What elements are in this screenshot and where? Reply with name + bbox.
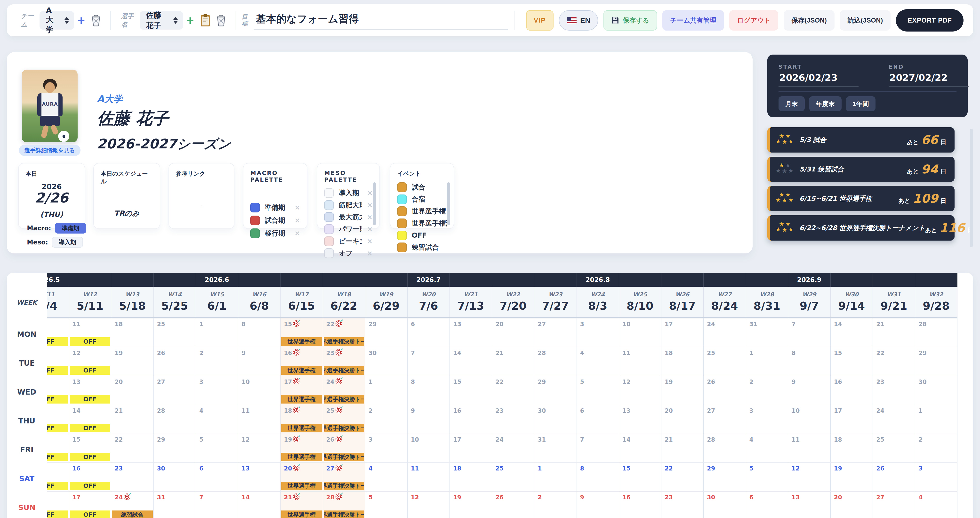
off-bar[interactable]: OFF bbox=[70, 395, 111, 403]
calendar-day-cell[interactable]: 30 bbox=[703, 492, 746, 518]
calendar-day-cell[interactable]: 9OFF bbox=[47, 463, 69, 491]
calendar-day-cell[interactable]: 10OFF bbox=[47, 492, 69, 518]
calendar-day-cell[interactable]: 12 bbox=[407, 492, 450, 518]
calendar-day-cell[interactable]: 29 bbox=[915, 347, 958, 376]
calendar-day-cell[interactable]: 6 bbox=[407, 319, 450, 347]
calendar-day-cell[interactable]: 18 bbox=[450, 463, 492, 491]
calendar-day-cell[interactable]: 18 bbox=[111, 319, 154, 347]
event-bar[interactable]: 世界選手権決勝トー… bbox=[324, 424, 364, 432]
calendar-day-cell[interactable]: 14 bbox=[238, 492, 281, 518]
calendar-day-cell[interactable]: 9 bbox=[238, 347, 281, 376]
event-bar[interactable]: 世界選手権 bbox=[281, 395, 322, 403]
week-header-cell[interactable]: W258/10 bbox=[619, 287, 662, 317]
calendar-day-cell[interactable]: 30 bbox=[365, 347, 407, 376]
calendar-day-cell[interactable]: 30 bbox=[154, 463, 196, 491]
calendar-day-cell[interactable]: 5 bbox=[365, 492, 407, 518]
delete-team-button[interactable] bbox=[91, 14, 101, 26]
period-shortcut-button[interactable]: 1年間 bbox=[846, 96, 875, 111]
off-bar[interactable]: OFF bbox=[70, 510, 111, 518]
calendar-day-cell[interactable]: 14OFF bbox=[69, 405, 111, 434]
save-button[interactable]: 保存する bbox=[603, 10, 657, 30]
off-bar[interactable]: OFF bbox=[70, 481, 111, 490]
calendar-day-cell[interactable]: 25 bbox=[703, 347, 746, 376]
calendar-day-cell[interactable]: 15 bbox=[450, 376, 492, 405]
week-header-cell[interactable]: W217/13 bbox=[450, 287, 492, 317]
calendar-day-cell[interactable]: 19 bbox=[450, 492, 492, 518]
palette-swatch[interactable] bbox=[324, 188, 334, 198]
off-bar[interactable]: OFF bbox=[47, 395, 68, 403]
calendar-day-cell[interactable]: 2 bbox=[365, 405, 407, 434]
calendar-day-cell[interactable]: 19 bbox=[830, 463, 873, 491]
palette-swatch[interactable] bbox=[324, 224, 334, 234]
calendar-day-cell[interactable]: 24世界選手権決勝トー… bbox=[323, 376, 365, 405]
player-clipboard-button[interactable] bbox=[200, 14, 211, 27]
calendar-day-cell[interactable]: 18 bbox=[662, 347, 704, 376]
goal-input[interactable]: 基本的なフォーム習得 bbox=[254, 11, 508, 30]
calendar-day-cell[interactable]: 5OFF bbox=[47, 347, 69, 376]
countdown-card[interactable]: ★★★★★6/22~6/28 世界選手権決勝トーナメントあと116日 bbox=[767, 215, 955, 241]
calendar-day-cell[interactable]: 1 bbox=[746, 347, 789, 376]
palette-swatch[interactable] bbox=[397, 206, 407, 216]
week-header-cell[interactable]: W176/15 bbox=[280, 287, 323, 317]
calendar-day-cell[interactable]: 6OFF bbox=[47, 376, 69, 405]
calendar-day-cell[interactable]: 29 bbox=[703, 463, 746, 491]
team-share-button[interactable]: チーム共有管理 bbox=[662, 10, 724, 30]
macro-phase-pill[interactable]: 準備期 bbox=[55, 223, 86, 234]
start-date-input[interactable]: 2026/02/23 bbox=[778, 70, 859, 86]
calendar-day-cell[interactable]: 4 bbox=[365, 463, 407, 491]
remove-icon[interactable]: × bbox=[367, 189, 373, 197]
calendar-day-cell[interactable]: 12 bbox=[619, 376, 662, 405]
week-header-cell[interactable]: W237/27 bbox=[535, 287, 577, 317]
palette-swatch[interactable] bbox=[397, 242, 407, 252]
calendar-day-cell[interactable]: 15 bbox=[619, 463, 662, 491]
calendar-day-cell[interactable]: 10 bbox=[619, 319, 662, 347]
calendar-day-cell[interactable]: 1 bbox=[365, 376, 407, 405]
week-header-cell[interactable]: W115/4 bbox=[47, 287, 69, 317]
calendar-day-cell[interactable]: 7 bbox=[788, 319, 830, 347]
calendar-day-cell[interactable]: 17 bbox=[450, 434, 492, 462]
calendar-day-cell[interactable]: 5 bbox=[746, 463, 789, 491]
calendar-day-cell[interactable]: 28世界選手権決勝トー… bbox=[323, 492, 365, 518]
palette-swatch[interactable] bbox=[397, 231, 407, 240]
add-team-button[interactable]: + bbox=[78, 14, 85, 27]
week-header-cell[interactable]: W145/25 bbox=[154, 287, 196, 317]
calendar-day-cell[interactable]: 25 bbox=[873, 434, 915, 462]
calendar-day-cell[interactable]: 15OFF bbox=[69, 434, 111, 462]
calendar-day-cell[interactable]: 6 bbox=[577, 405, 619, 434]
calendar-day-cell[interactable]: 9 bbox=[788, 376, 830, 405]
calendar-day-cell[interactable]: 3 bbox=[577, 319, 619, 347]
calendar-day-cell[interactable]: 7 bbox=[577, 434, 619, 462]
event-bar[interactable]: 世界選手権決勝トー… bbox=[324, 337, 364, 346]
end-date-input[interactable]: 2027/02/22 bbox=[889, 70, 969, 86]
calendar-day-cell[interactable]: 22 bbox=[662, 463, 704, 491]
event-bar[interactable]: 世界選手権決勝トー… bbox=[324, 366, 364, 375]
calendar-day-cell[interactable]: 9 bbox=[577, 492, 619, 518]
calendar-day-cell[interactable]: 23世界選手権決勝トー… bbox=[323, 347, 365, 376]
calendar-day-cell[interactable]: 3 bbox=[746, 405, 789, 434]
calendar-day-cell[interactable]: 31 bbox=[154, 492, 196, 518]
off-bar[interactable]: OFF bbox=[70, 366, 111, 375]
week-header-cell[interactable]: W319/21 bbox=[873, 287, 915, 317]
palette-swatch[interactable] bbox=[250, 203, 260, 212]
language-button[interactable]: EN bbox=[559, 10, 598, 30]
off-bar[interactable]: OFF bbox=[70, 424, 111, 432]
calendar-day-cell[interactable]: 12 bbox=[788, 463, 830, 491]
calendar-day-cell[interactable]: 8 bbox=[238, 319, 281, 347]
calendar-day-cell[interactable]: 10 bbox=[788, 405, 830, 434]
week-header-cell[interactable]: W299/7 bbox=[788, 287, 830, 317]
calendar-day-cell[interactable]: 12OFF bbox=[69, 347, 111, 376]
calendar-day-cell[interactable]: 21 bbox=[111, 405, 154, 434]
calendar-day-cell[interactable]: 5 bbox=[577, 376, 619, 405]
calendar-day-cell[interactable]: 4 bbox=[746, 434, 789, 462]
off-bar[interactable]: OFF bbox=[70, 453, 111, 461]
week-header-cell[interactable]: W309/14 bbox=[830, 287, 873, 317]
calendar-day-cell[interactable]: 24練習試合 bbox=[111, 492, 154, 518]
calendar-day-cell[interactable]: 11 bbox=[238, 405, 281, 434]
calendar-day-cell[interactable]: 13 bbox=[788, 492, 830, 518]
calendar-day-cell[interactable]: 16OFF bbox=[69, 463, 111, 491]
palette-swatch[interactable] bbox=[324, 236, 334, 246]
calendar-day-cell[interactable]: 6 bbox=[746, 492, 789, 518]
calendar-day-cell[interactable]: 7OFF bbox=[47, 405, 69, 434]
meso-scrollbar[interactable] bbox=[373, 182, 376, 225]
off-bar[interactable]: OFF bbox=[47, 424, 68, 432]
